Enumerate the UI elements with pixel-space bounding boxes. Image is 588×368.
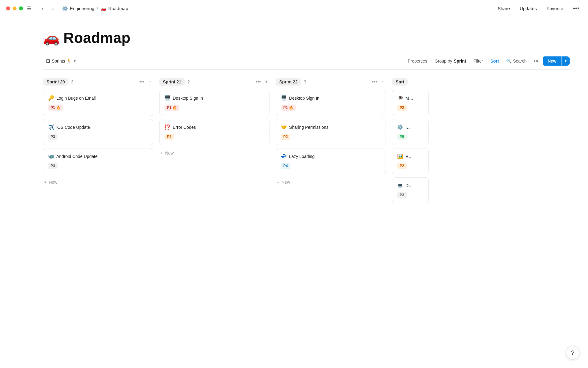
breadcrumb-engineering[interactable]: ⚙️ Engineering [62, 6, 94, 11]
titlebar: ☰ ‹ › ⚙️ Engineering / 🚗 Roadmap Share U… [0, 0, 588, 17]
toolbar: ⊞ Sprints 🏃 ▾ Properties Group by Sprint… [43, 56, 570, 70]
breadcrumb: ⚙️ Engineering / 🚗 Roadmap [62, 6, 128, 11]
priority-badge-desktop-signin-22: P1 🔥 [281, 105, 296, 111]
share-button[interactable]: Share [495, 5, 512, 12]
priority-badge-login-bugs: P1 🔥 [48, 105, 63, 111]
breadcrumb-separator: / [97, 6, 98, 11]
priority-badge-android-update: P3 [48, 163, 58, 169]
close-button[interactable] [6, 6, 10, 10]
column-more-button-sprint21[interactable]: ••• [254, 78, 262, 86]
view-selector-label: Sprints 🏃 [52, 59, 71, 63]
column-count-sprint20: 3 [71, 79, 74, 84]
more-actions-button[interactable]: ••• [571, 4, 582, 13]
sidebar-toggle-button[interactable]: ☰ [25, 4, 33, 13]
card-sharing-permissions[interactable]: 🤝 Sharing Permissions P2 [276, 119, 386, 145]
page-title: 🚗 Roadmap [43, 29, 130, 46]
card-ios-update[interactable]: ✈️ iOS Code Update P3 [43, 119, 153, 145]
card-emoji-android-update: 🦏 [48, 153, 54, 159]
column-count-sprint22: 3 [304, 79, 306, 84]
favorite-button[interactable]: Favorite [544, 5, 566, 12]
card-title-lazy-loading: 💤 Lazy Loading [281, 153, 381, 159]
group-by-value: Sprint [454, 59, 466, 63]
group-by-button[interactable]: Group by Sprint [432, 57, 469, 65]
card-partial-1[interactable]: 👁️ M… P2 [392, 90, 429, 116]
filter-button[interactable]: Filter [470, 57, 486, 65]
column-add-button-sprint21[interactable]: + [264, 78, 270, 86]
card-emoji-partial-1: 👁️ [397, 95, 403, 101]
card-emoji-desktop-signin-21: 🖥️ [164, 95, 171, 101]
forward-button[interactable]: › [49, 4, 57, 13]
column-actions-sprint20: ••• + [138, 78, 153, 86]
add-label-sprint22: New [281, 180, 290, 185]
priority-badge-partial-3: P2 [397, 163, 407, 169]
updates-button[interactable]: Updates [517, 5, 539, 12]
page-title-row: 🚗 Roadmap [43, 29, 570, 46]
card-desktop-signin-21[interactable]: 🖥️ Desktop Sign In P1 🔥 [159, 90, 270, 116]
column-add-button-sprint22[interactable]: + [380, 78, 386, 86]
card-android-update[interactable]: 🦏 Android Code Update P3 [43, 148, 153, 174]
column-add-button-sprint20[interactable]: + [147, 78, 153, 86]
back-button[interactable]: ‹ [38, 4, 47, 13]
priority-badge-partial-1: P2 [397, 105, 407, 111]
roadmap-label: Roadmap [108, 6, 128, 11]
card-partial-2[interactable]: ⚙️ I… P5 [392, 119, 429, 145]
question-icon: ? [571, 349, 574, 356]
card-emoji-sharing-permissions: 🤝 [281, 124, 287, 130]
priority-badge-desktop-signin-21: P1 🔥 [164, 105, 179, 111]
card-login-bugs[interactable]: 🔑 Login Bugs on Email P1 🔥 [43, 90, 153, 116]
view-selector[interactable]: ⊞ Sprints 🏃 ▾ [43, 56, 79, 66]
column-more-button-sprint20[interactable]: ••• [138, 78, 146, 86]
group-by-prefix: Group by [435, 59, 452, 63]
card-emoji-lazy-loading: 💤 [281, 153, 287, 159]
sort-button[interactable]: Sort [487, 57, 502, 65]
card-error-codes[interactable]: ⁉️ Error Codes P2 [159, 119, 270, 145]
priority-badge-lazy-loading: P4 [281, 163, 290, 169]
page-title-emoji: 🚗 [43, 30, 60, 46]
breadcrumb-roadmap[interactable]: 🚗 Roadmap [101, 6, 128, 11]
card-title-android-update: 🦏 Android Code Update [48, 153, 148, 159]
search-button[interactable]: 🔍 Search [503, 57, 530, 65]
card-text-android-update: Android Code Update [56, 154, 98, 159]
add-icon-sprint21: + [160, 151, 163, 155]
card-emoji-partial-4: 💻 [397, 182, 403, 188]
card-desktop-signin-22[interactable]: 🖥️ Desktop Sign In P1 🔥 [276, 90, 386, 116]
card-partial-4[interactable]: 💻 D… P3 [392, 177, 429, 203]
new-button-dropdown[interactable]: ▾ [562, 57, 570, 65]
priority-badge-error-codes: P2 [164, 134, 174, 140]
column-actions-sprint22: ••• + [371, 78, 386, 86]
column-actions-sprint21: ••• + [254, 78, 270, 86]
help-button[interactable]: ? [566, 346, 579, 359]
column-title-partial: Spri [392, 78, 408, 86]
card-text-desktop-signin-22: Desktop Sign In [289, 96, 319, 101]
sort-label: Sort [490, 59, 499, 63]
search-icon: 🔍 [506, 59, 511, 63]
add-icon-sprint22: + [277, 180, 279, 185]
toolbar-more-button[interactable]: ••• [531, 57, 541, 65]
new-item-button[interactable]: New ▾ [543, 56, 570, 66]
chevron-down-icon: ▾ [565, 59, 567, 63]
engineering-emoji: ⚙️ [62, 6, 68, 11]
page-content: 🚗 Roadmap ⊞ Sprints 🏃 ▾ Properties Group… [0, 17, 588, 225]
properties-button[interactable]: Properties [405, 57, 430, 65]
column-header-sprint22: Sprint 22 3 ••• + [276, 78, 386, 86]
priority-badge-sharing-permissions: P2 [281, 134, 290, 140]
card-partial-3[interactable]: 🖼️ R… P2 [392, 148, 429, 174]
add-new-sprint22[interactable]: + New [276, 177, 386, 187]
card-title-partial-1: 👁️ M… [397, 95, 424, 101]
card-emoji-desktop-signin-22: 🖥️ [281, 95, 287, 101]
new-button-main[interactable]: New [543, 56, 561, 66]
column-more-button-sprint22[interactable]: ••• [371, 78, 379, 86]
card-emoji-error-codes: ⁉️ [164, 124, 171, 130]
column-title-sprint21: Sprint 21 [159, 78, 185, 86]
maximize-button[interactable] [19, 6, 23, 10]
page-title-text: Roadmap [63, 29, 130, 46]
minimize-button[interactable] [13, 6, 17, 10]
card-title-desktop-signin-22: 🖥️ Desktop Sign In [281, 95, 381, 101]
card-text-login-bugs: Login Bugs on Email [56, 96, 96, 101]
add-label-sprint20: New [49, 180, 57, 185]
forward-icon: › [52, 6, 54, 11]
add-new-sprint21[interactable]: + New [159, 148, 270, 158]
card-text-partial-4: D… [405, 183, 413, 188]
add-new-sprint20[interactable]: + New [43, 177, 153, 187]
card-lazy-loading[interactable]: 💤 Lazy Loading P4 [276, 148, 386, 174]
